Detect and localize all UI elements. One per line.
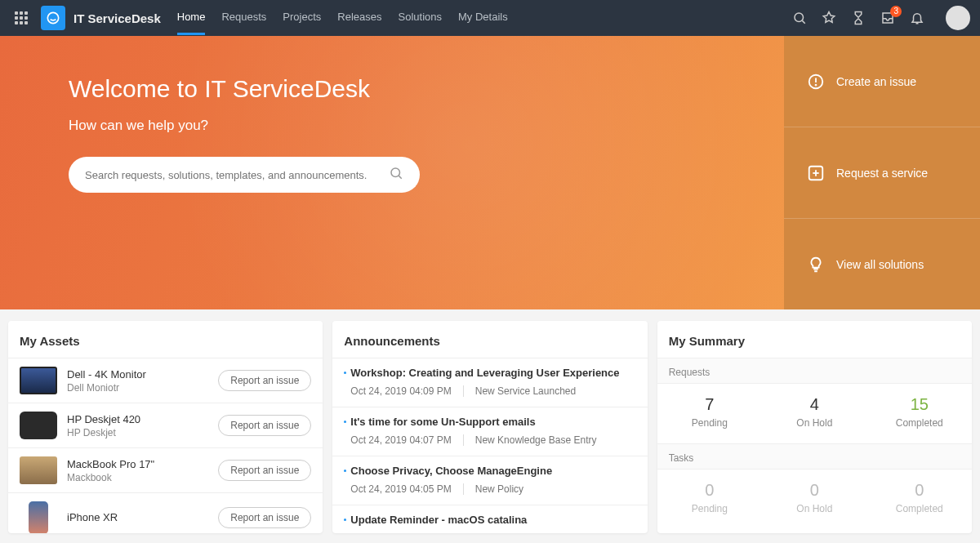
stat-completed[interactable]: 0 Completed <box>867 481 972 514</box>
svg-point-1 <box>795 13 804 22</box>
hero-subtitle: How can we help you? <box>69 118 784 134</box>
asset-name: HP Deskjet 420 <box>67 413 208 425</box>
top-icons: 3 <box>792 6 970 30</box>
announcement-title: Choose Privacy, Choose ManageEngine <box>344 465 635 477</box>
create-issue-button[interactable]: Create an issue <box>784 36 980 127</box>
announcement-title: It's time for some Un-Support emails <box>344 416 635 428</box>
asset-row: HP Deskjet 420 HP Deskjet Report an issu… <box>8 403 323 447</box>
report-issue-button[interactable]: Report an issue <box>218 415 311 436</box>
announcement-meta: Oct 24, 2019 04:07 PM New Knowledge Base… <box>344 434 635 446</box>
report-issue-button[interactable]: Report an issue <box>218 460 311 481</box>
alert-circle-icon <box>807 73 825 91</box>
announcements-title: Announcements <box>332 321 647 358</box>
assets-list[interactable]: Dell - 4K Monitor Dell Moniotr Report an… <box>8 358 323 533</box>
assets-title: My Assets <box>8 321 323 358</box>
announcement-tag: New Knowledge Base Entry <box>475 434 597 446</box>
plus-square-icon <box>807 164 825 182</box>
announcement-tag: New Policy <box>475 483 523 495</box>
summary-title: My Summary <box>657 321 972 358</box>
announcement-title: Workshop: Creating and Leveraging User E… <box>344 367 635 379</box>
nav-projects[interactable]: Projects <box>283 1 321 35</box>
announcement-date: Oct 24, 2019 04:05 PM <box>350 483 463 495</box>
asset-row: Dell - 4K Monitor Dell Moniotr Report an… <box>8 358 323 403</box>
my-summary-panel: My Summary Requests 7 Pending 4 On Hold … <box>657 321 972 533</box>
inbox-icon[interactable]: 3 <box>880 11 895 25</box>
stat-number: 0 <box>762 481 866 500</box>
request-service-label: Request a service <box>836 167 928 180</box>
search-input[interactable] <box>85 169 389 181</box>
svg-line-4 <box>399 176 401 178</box>
main-nav: Home Requests Projects Releases Solution… <box>177 1 508 35</box>
hero-content: Welcome to IT ServiceDesk How can we hel… <box>0 36 784 309</box>
nav-solutions[interactable]: Solutions <box>399 1 442 35</box>
tasks-stats: 0 Pending 0 On Hold 0 Completed <box>657 470 972 529</box>
stat-onhold[interactable]: 4 On Hold <box>762 395 866 429</box>
announcement-meta: Oct 24, 2019 04:05 PM New Policy <box>344 483 635 495</box>
announcement-row[interactable]: Update Reminder - macOS catalina <box>332 505 647 533</box>
announcement-row[interactable]: Choose Privacy, Choose ManageEngine Oct … <box>332 456 647 505</box>
app-logo[interactable] <box>41 6 65 30</box>
report-issue-button[interactable]: Report an issue <box>218 370 311 391</box>
announcement-row[interactable]: It's time for some Un-Support emails Oct… <box>332 407 647 456</box>
announcement-date: Oct 24, 2019 04:07 PM <box>350 434 463 446</box>
search-icon[interactable] <box>792 11 807 25</box>
asset-info: Dell - 4K Monitor Dell Moniotr <box>67 368 208 394</box>
hourglass-icon[interactable] <box>851 11 866 25</box>
view-solutions-label: View all solutions <box>836 258 924 271</box>
notification-badge: 3 <box>890 6 902 17</box>
requests-stats: 7 Pending 4 On Hold 15 Completed <box>657 384 972 443</box>
stat-number: 0 <box>657 481 762 500</box>
announcement-date: Oct 24, 2019 04:09 PM <box>350 385 463 397</box>
svg-point-7 <box>816 84 817 85</box>
hero: Welcome to IT ServiceDesk How can we hel… <box>0 36 980 309</box>
top-bar: IT ServiceDesk Home Requests Projects Re… <box>0 0 980 36</box>
announcement-row[interactable]: Workshop: Creating and Leveraging User E… <box>332 358 647 407</box>
request-service-button[interactable]: Request a service <box>784 127 980 219</box>
dashboard: My Assets Dell - 4K Monitor Dell Moniotr… <box>0 309 980 543</box>
announcement-title: Update Reminder - macOS catalina <box>344 514 635 526</box>
asset-info: HP Deskjet 420 HP Deskjet <box>67 413 208 438</box>
asset-info: MackBook Pro 17" Mackbook <box>67 458 208 483</box>
announcements-list[interactable]: Workshop: Creating and Leveraging User E… <box>332 358 647 533</box>
nav-requests[interactable]: Requests <box>221 1 266 35</box>
asset-thumbnail <box>20 412 57 439</box>
asset-info: iPhone XR <box>67 511 208 525</box>
pin-icon[interactable] <box>822 11 836 25</box>
asset-sub: Mackbook <box>67 472 208 483</box>
lightbulb-icon <box>807 256 825 274</box>
stat-label: On Hold <box>762 503 866 514</box>
stat-label: Pending <box>657 417 762 429</box>
stat-label: On Hold <box>762 417 866 429</box>
report-issue-button[interactable]: Report an issue <box>218 507 311 528</box>
view-solutions-button[interactable]: View all solutions <box>784 219 980 309</box>
nav-mydetails[interactable]: My Details <box>458 1 508 35</box>
asset-name: Dell - 4K Monitor <box>67 368 208 381</box>
svg-line-2 <box>802 20 804 23</box>
asset-thumbnail <box>20 367 57 394</box>
asset-thumbnail <box>20 456 57 484</box>
nav-releases[interactable]: Releases <box>337 1 381 35</box>
stat-number: 4 <box>762 395 866 414</box>
stat-pending[interactable]: 7 Pending <box>657 395 762 429</box>
stat-label: Completed <box>867 417 972 429</box>
asset-sub: Dell Moniotr <box>67 382 208 394</box>
asset-row: iPhone XR Report an issue <box>8 492 323 533</box>
announcement-tag: New Service Launched <box>475 385 576 397</box>
apps-menu-icon[interactable] <box>10 7 33 29</box>
search-bar[interactable] <box>69 157 420 193</box>
svg-point-0 <box>47 12 58 23</box>
nav-home[interactable]: Home <box>177 1 206 35</box>
hero-title: Welcome to IT ServiceDesk <box>69 75 784 103</box>
stat-pending[interactable]: 0 Pending <box>657 481 762 514</box>
stat-onhold[interactable]: 0 On Hold <box>762 481 866 514</box>
asset-name: MackBook Pro 17" <box>67 458 208 470</box>
bell-icon[interactable] <box>910 11 924 25</box>
stat-label: Pending <box>657 503 762 514</box>
my-assets-panel: My Assets Dell - 4K Monitor Dell Moniotr… <box>8 321 323 533</box>
asset-thumbnail <box>29 501 48 533</box>
search-submit-icon[interactable] <box>389 166 403 184</box>
stat-completed[interactable]: 15 Completed <box>867 395 972 429</box>
stat-number: 0 <box>867 481 972 500</box>
avatar[interactable] <box>946 6 970 30</box>
svg-point-3 <box>391 168 400 177</box>
